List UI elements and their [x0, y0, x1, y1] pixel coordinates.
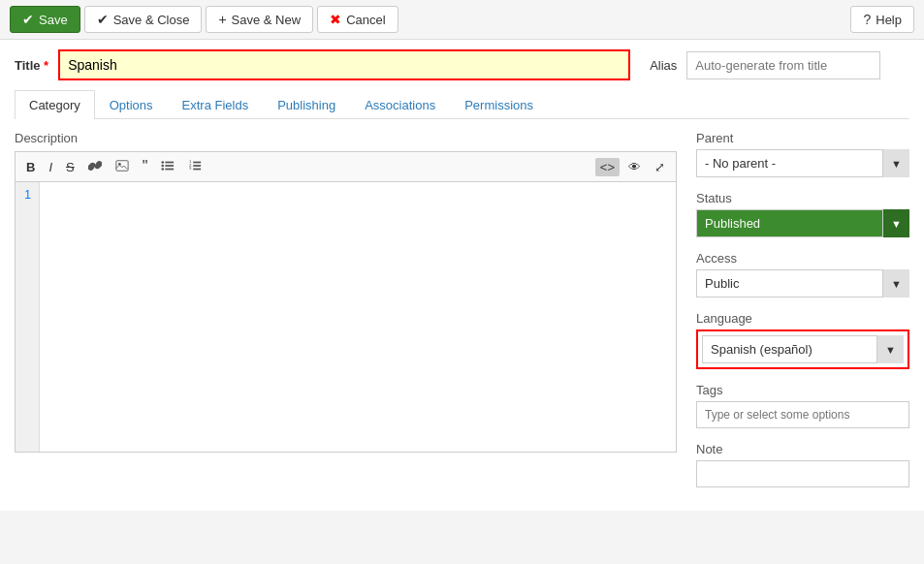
status-field-group: Status Published Unpublished Archived Tr…: [696, 191, 909, 237]
main-layout: Description B I S " 123: [15, 131, 909, 501]
tab-permissions[interactable]: Permissions: [450, 90, 548, 119]
strikethrough-button[interactable]: S: [61, 158, 80, 176]
save-close-label: Save & Close: [113, 13, 190, 27]
cancel-label: Cancel: [346, 13, 385, 27]
status-label: Status: [696, 191, 909, 205]
status-select-wrapper: Published Unpublished Archived Trashed ▼: [696, 209, 909, 237]
language-select-wrapper: - All - English (en-GB) Spanish (español…: [702, 335, 904, 363]
svg-text:3: 3: [189, 166, 192, 171]
bold-button[interactable]: B: [21, 158, 40, 176]
editor-toolbar: B I S " 123 <> 👁 ⤢: [15, 151, 677, 181]
fullscreen-button[interactable]: ⤢: [650, 158, 670, 176]
line-numbers: 1: [16, 182, 40, 452]
ul-button[interactable]: [156, 157, 179, 177]
alias-input[interactable]: [686, 51, 880, 79]
editor-content[interactable]: [40, 182, 676, 452]
italic-button[interactable]: I: [44, 158, 57, 176]
parent-select-wrapper: - No parent - ▼: [696, 149, 909, 177]
preview-button[interactable]: 👁: [623, 158, 646, 176]
note-label: Note: [696, 442, 909, 456]
tab-category[interactable]: Category: [15, 90, 95, 119]
language-field-group: Language - All - English (en-GB) Spanish…: [696, 311, 909, 369]
title-label: Title *: [15, 58, 48, 73]
language-wrapper: - All - English (en-GB) Spanish (español…: [696, 329, 909, 369]
line-number-1: 1: [24, 188, 31, 202]
plus-icon: +: [218, 12, 226, 27]
save-label: Save: [39, 13, 68, 27]
tab-publishing[interactable]: Publishing: [263, 90, 350, 119]
language-label: Language: [696, 311, 909, 326]
source-button[interactable]: <>: [595, 158, 620, 176]
access-field-group: Access Public Registered Special Guest S…: [696, 251, 909, 298]
title-input[interactable]: [58, 49, 630, 80]
link-button[interactable]: [83, 157, 107, 177]
toolbar: ✔ Save ✔ Save & Close + Save & New ✖ Can…: [0, 0, 924, 40]
note-field-group: Note: [696, 442, 909, 487]
cancel-icon: ✖: [330, 12, 341, 27]
cancel-button[interactable]: ✖ Cancel: [317, 6, 398, 33]
tabs: Category Options Extra Fields Publishing…: [15, 90, 909, 119]
check-icon: ✔: [97, 12, 109, 27]
access-label: Access: [696, 251, 909, 266]
save-new-label: Save & New: [232, 13, 302, 27]
tags-input[interactable]: [696, 401, 909, 428]
editor-area: 1: [15, 181, 677, 453]
save-icon: ✔: [22, 12, 34, 27]
right-panel: Parent - No parent - ▼ Status Published …: [696, 131, 909, 501]
help-label: Help: [876, 13, 902, 27]
save-button[interactable]: ✔ Save: [10, 6, 80, 33]
help-button[interactable]: ? Help: [850, 6, 914, 33]
parent-field-group: Parent - No parent - ▼: [696, 131, 909, 177]
description-section: Description B I S " 123: [15, 131, 677, 501]
save-new-button[interactable]: + Save & New: [206, 6, 313, 33]
title-row: Title * Alias: [15, 49, 909, 80]
access-select-wrapper: Public Registered Special Guest Super Us…: [696, 269, 909, 298]
note-input[interactable]: [696, 460, 909, 487]
svg-point-7: [162, 168, 165, 171]
tags-field-group: Tags: [696, 383, 909, 428]
tab-extra-fields[interactable]: Extra Fields: [168, 90, 264, 119]
image-button[interactable]: [111, 157, 134, 177]
parent-label: Parent: [696, 131, 909, 145]
access-select[interactable]: Public Registered Special Guest Super Us…: [696, 269, 909, 298]
tab-options[interactable]: Options: [95, 90, 168, 119]
svg-rect-0: [116, 160, 128, 171]
parent-select[interactable]: - No parent -: [696, 149, 909, 177]
required-star: *: [41, 58, 49, 73]
description-label: Description: [15, 131, 677, 145]
ol-button[interactable]: 123: [183, 157, 207, 177]
svg-point-6: [162, 164, 165, 167]
content-area: Title * Alias Category Options Extra Fie…: [0, 40, 924, 511]
alias-label: Alias: [650, 58, 677, 73]
svg-point-5: [162, 161, 165, 164]
language-select[interactable]: - All - English (en-GB) Spanish (español…: [702, 335, 904, 363]
status-select[interactable]: Published Unpublished Archived Trashed: [696, 209, 909, 237]
tags-label: Tags: [696, 383, 909, 397]
save-close-button[interactable]: ✔ Save & Close: [84, 6, 203, 33]
tab-associations[interactable]: Associations: [350, 90, 450, 119]
quote-button[interactable]: ": [138, 156, 153, 177]
help-icon: ?: [863, 12, 871, 27]
